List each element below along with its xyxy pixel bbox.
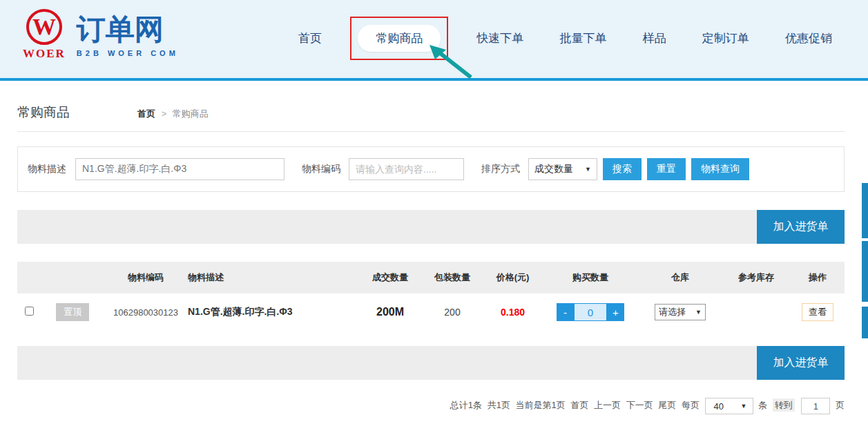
quantity-stepper: - + (557, 303, 624, 321)
col-header-pack-qty: 包装数量 (421, 271, 483, 284)
breadcrumb-current: 常购商品 (173, 108, 209, 119)
breadcrumb-home[interactable]: 首页 (137, 108, 155, 119)
logo-w-letter: W (32, 15, 56, 39)
view-button[interactable]: 查看 (802, 303, 833, 321)
col-header-material-desc: 物料描述 (188, 271, 359, 284)
material-query-button[interactable]: 物料查询 (691, 158, 749, 180)
nav-item-home[interactable]: 首页 (298, 30, 322, 46)
site-subtitle: B2B WOER COM (77, 49, 179, 57)
per-page-select[interactable]: 40 ▼ (705, 398, 753, 414)
material-desc-input[interactable] (75, 158, 284, 180)
table-header-row: 物料编码 物料描述 成交数量 包装数量 价格(元) 购买数量 仓库 参考库存 操… (17, 262, 845, 293)
logo-circle: W (26, 9, 62, 45)
main-content: 常购商品 首页 > 常购商品 物料描述 物料编码 排序方式 成交数量 ▼ 搜索 … (17, 104, 845, 414)
title-row: 常购商品 首页 > 常购商品 (17, 104, 845, 132)
per-page-label: 每页 (682, 400, 700, 410)
main-nav: 首页 常购商品 快速下单 批量下单 样品 定制订单 优惠促销 (298, 25, 832, 52)
pin-top-button[interactable]: 置顶 (56, 303, 89, 321)
per-page-unit: 条 (758, 400, 767, 410)
sort-mode-value: 成交数量 (534, 163, 573, 175)
chevron-down-icon: ▼ (741, 403, 747, 409)
col-header-deal-qty: 成交数量 (359, 271, 421, 284)
pagination: 总计1条 共1页 当前是第1页 首页 上一页 下一页 尾页 每页 40 ▼ 条 … (17, 398, 845, 414)
cell-material-code: 1062980030123 (104, 307, 188, 318)
cell-deal-qty: 200M (359, 306, 421, 318)
site-title: 订单网 (77, 13, 179, 46)
logo[interactable]: W WOER 订单网 B2B WOER COM (23, 9, 179, 61)
per-page-value: 40 (714, 401, 724, 412)
material-desc-label: 物料描述 (28, 163, 66, 175)
nav-item-bulk-order[interactable]: 批量下单 (559, 30, 606, 46)
logo-text: 订单网 B2B WOER COM (77, 9, 179, 57)
nav-item-samples[interactable]: 样品 (643, 30, 666, 46)
col-header-operation: 操作 (791, 271, 845, 284)
cell-pack-qty: 200 (421, 307, 483, 318)
top-action-bar: 加入进货单 (17, 210, 845, 244)
breadcrumb: 首页 > 常购商品 (137, 108, 209, 120)
filter-bar: 物料描述 物料编码 排序方式 成交数量 ▼ 搜索 重置 物料查询 (17, 146, 845, 192)
cell-material-desc: N1.G管.超薄.印字.白.Φ3 (188, 306, 359, 318)
site-header: W WOER 订单网 B2B WOER COM 首页 常购商品 快速下单 批量下… (0, 0, 868, 81)
material-code-input[interactable] (349, 158, 464, 180)
side-quick-panel-item[interactable] (862, 307, 868, 338)
quantity-plus-button[interactable]: + (607, 303, 624, 321)
warehouse-value: 请选择 (659, 306, 686, 318)
table-row: 置顶 1062980030123 N1.G管.超薄.印字.白.Φ3 200M 2… (17, 293, 845, 331)
nav-item-quick-order[interactable]: 快速下单 (476, 30, 523, 46)
pagination-current: 当前是第1页 (516, 400, 566, 410)
pagination-total: 总计1条 (450, 400, 482, 410)
bottom-action-bar: 加入进货单 (17, 346, 845, 380)
goto-page-input[interactable] (801, 398, 830, 414)
page-title: 常购商品 (17, 104, 70, 122)
nav-item-promotions[interactable]: 优惠促销 (785, 30, 832, 46)
breadcrumb-separator: > (162, 108, 167, 119)
col-header-buy-qty: 购买数量 (542, 271, 639, 284)
material-code-label: 物料编码 (302, 163, 340, 175)
search-button[interactable]: 搜索 (603, 158, 642, 180)
row-checkbox[interactable] (25, 307, 34, 316)
add-to-cart-button-top[interactable]: 加入进货单 (757, 210, 845, 244)
chevron-down-icon: ▼ (695, 309, 702, 316)
side-quick-panel-item[interactable] (862, 241, 868, 302)
warehouse-select[interactable]: 请选择 ▼ (655, 304, 706, 320)
nav-item-frequent-products-wrap: 常购商品 (358, 25, 441, 52)
pagination-first[interactable]: 首页 (570, 400, 588, 410)
sort-mode-select[interactable]: 成交数量 ▼ (528, 158, 597, 180)
nav-item-custom-order[interactable]: 定制订单 (702, 30, 749, 46)
logo-brand-text: WOER (23, 47, 66, 61)
side-quick-panel-item[interactable] (862, 183, 868, 238)
pagination-pages: 共1页 (488, 400, 510, 410)
quantity-input[interactable] (574, 303, 607, 321)
pagination-last[interactable]: 尾页 (658, 400, 676, 410)
sort-mode-label: 排序方式 (481, 163, 520, 175)
quantity-minus-button[interactable]: - (557, 303, 574, 321)
cell-price: 0.180 (483, 307, 542, 318)
col-header-ref-stock: 参考库存 (722, 271, 791, 284)
pagination-next[interactable]: 下一页 (626, 400, 653, 410)
goto-page-unit: 页 (836, 400, 845, 410)
pagination-prev[interactable]: 上一页 (594, 400, 621, 410)
reset-button[interactable]: 重置 (647, 158, 686, 180)
add-to-cart-button-bottom[interactable]: 加入进货单 (757, 346, 845, 380)
chevron-down-icon: ▼ (585, 166, 591, 173)
side-quick-panel (862, 183, 868, 338)
col-header-material-code: 物料编码 (104, 271, 188, 284)
goto-label: 转到 (773, 398, 795, 412)
col-header-warehouse: 仓库 (639, 271, 722, 284)
woer-logo-icon: W WOER (23, 9, 66, 61)
nav-item-frequent-products[interactable]: 常购商品 (358, 25, 441, 52)
col-header-price: 价格(元) (483, 271, 542, 284)
